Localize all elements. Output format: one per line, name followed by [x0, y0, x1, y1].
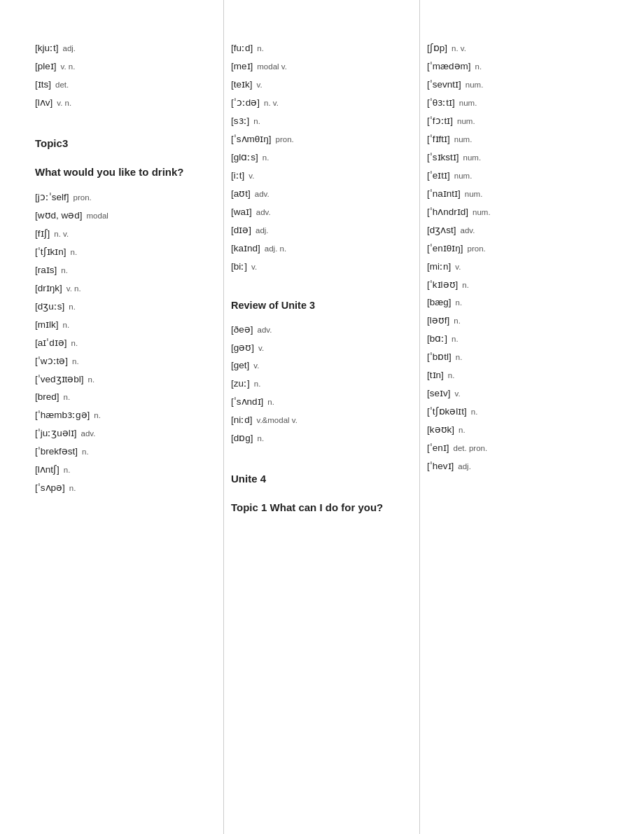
- phonetic: [lʌntʃ]: [35, 464, 59, 475]
- part-of-speech: n.: [258, 434, 265, 443]
- part-of-speech: n.: [254, 380, 261, 388]
- list-item: [bred]n.: [35, 391, 217, 402]
- part-of-speech: n.: [448, 371, 455, 380]
- list-item: [ˈsʌmθɪŋ]pron.: [231, 133, 413, 144]
- phonetic: [ˈkɪləʊ]: [427, 279, 458, 290]
- part-of-speech: v.&modal v.: [257, 416, 298, 424]
- list-item: [kəʊk]n.: [427, 424, 609, 435]
- list-item: [fuːd]n.: [231, 42, 413, 53]
- unite4-sub: Topic 1 What can I do for you?: [231, 500, 413, 516]
- part-of-speech: n.: [94, 411, 101, 419]
- part-of-speech: num.: [454, 172, 472, 180]
- phonetic: [lʌv]: [35, 97, 52, 108]
- phonetic: [meɪ]: [231, 60, 253, 71]
- phonetic: [ˈmædəm]: [427, 60, 471, 71]
- part-of-speech: num.: [465, 190, 483, 198]
- col2-bottom-entries: [ðeə]adv.[gəʊ]v.[get]v.[zuː]n.[ˈsʌndɪ]n.…: [231, 324, 413, 443]
- part-of-speech: n.: [454, 317, 461, 325]
- part-of-speech: pron.: [276, 135, 294, 144]
- list-item: [dʒʌst]adv.: [427, 224, 609, 235]
- list-item: [teɪk]v.: [231, 78, 413, 90]
- list-item: [glɑːs]n.: [231, 151, 413, 162]
- phonetic: [bɑː]: [427, 333, 447, 344]
- part-of-speech: v. n.: [61, 62, 76, 71]
- list-item: [ˈwɔːtə]n.: [35, 355, 217, 366]
- phonetic: [tɪn]: [427, 369, 444, 380]
- part-of-speech: n.: [69, 484, 76, 492]
- list-item: [ˈhevɪ]adj.: [427, 460, 609, 471]
- list-item: [waɪ]adv.: [231, 206, 413, 217]
- list-item: [bɑː]n.: [427, 333, 609, 344]
- part-of-speech: v.: [248, 172, 254, 180]
- phonetic: [seɪv]: [427, 387, 451, 398]
- list-item: [ˈtʃɪkɪn]n.: [35, 246, 217, 257]
- phonetic: [dʒʌst]: [427, 224, 456, 235]
- list-item: [ʃɒp]n. v.: [427, 42, 609, 53]
- list-item: [mɪlk]n.: [35, 319, 217, 330]
- list-item: [lʌntʃ]n.: [35, 464, 217, 475]
- column-1: [kjuːt]adj.[pleɪ]v. n.[ɪts]det.[lʌv]v. n…: [28, 42, 224, 792]
- part-of-speech: adv.: [255, 190, 270, 198]
- part-of-speech: v.: [253, 361, 259, 370]
- part-of-speech: n.: [257, 44, 264, 53]
- phonetic: [pleɪ]: [35, 60, 57, 71]
- list-item: [ɪts]det.: [35, 78, 217, 90]
- phonetic: [dʒuːs]: [35, 300, 64, 312]
- phonetic: [mɪlk]: [35, 319, 59, 330]
- list-item: [ˈjuːʒuəlɪ]adv.: [35, 427, 217, 438]
- part-of-speech: num.: [457, 117, 475, 125]
- part-of-speech: n.: [471, 408, 478, 416]
- unite4-heading: Unite 4: [231, 471, 413, 487]
- column-2: [fuːd]n.[meɪ]modal v.[teɪk]v.[ˈɔːdə]n. v…: [224, 42, 420, 792]
- list-item: [kaɪnd]adj. n.: [231, 242, 413, 253]
- part-of-speech: v.: [455, 389, 461, 398]
- phonetic: [ˈjuːʒuəlɪ]: [35, 427, 77, 438]
- list-item: [ˈsevntɪ]num.: [427, 78, 609, 90]
- phonetic: [wʊd, wəd]: [35, 209, 83, 221]
- list-item: [fɪʃ]n. v.: [35, 228, 217, 239]
- phonetic: [ˈtʃɪkɪn]: [35, 246, 66, 257]
- part-of-speech: v.: [258, 344, 264, 352]
- part-of-speech: n.: [456, 298, 463, 307]
- list-item: [aɪˈdɪə]n.: [35, 337, 217, 348]
- part-of-speech: adv.: [81, 429, 96, 438]
- part-of-speech: n.: [475, 62, 482, 71]
- list-item: [ðeə]adv.: [231, 324, 413, 335]
- part-of-speech: n.: [451, 335, 458, 343]
- phonetic: [aɪˈdɪə]: [35, 337, 67, 348]
- list-item: [ˈeɪtɪ]num.: [427, 169, 609, 181]
- list-item: [iːt]v.: [231, 169, 413, 181]
- phonetic: [ˈwɔːtə]: [35, 355, 68, 366]
- phonetic: [ləʊf]: [427, 314, 449, 326]
- part-of-speech: adj.: [255, 226, 269, 235]
- part-of-speech: v.: [251, 263, 257, 271]
- list-item: [ˈθɜːtɪ]num.: [427, 97, 609, 108]
- part-of-speech: adj.: [458, 462, 471, 471]
- list-item: [pleɪ]v. n.: [35, 60, 217, 71]
- phonetic: [ˈsʌpə]: [35, 482, 65, 493]
- part-of-speech: pron.: [74, 193, 92, 202]
- part-of-speech: adv.: [258, 326, 272, 334]
- list-item: [dɒg]n.: [231, 432, 413, 443]
- phonetic: [bred]: [35, 391, 59, 402]
- list-item: [sɜː]n.: [231, 115, 413, 126]
- part-of-speech: pron.: [468, 244, 486, 253]
- phonetic: [ˈbrekfəst]: [35, 445, 78, 457]
- part-of-speech: adv.: [256, 208, 271, 216]
- list-item: [ˈsʌndɪ]n.: [231, 396, 413, 407]
- list-item: [biː]v.: [231, 260, 413, 272]
- part-of-speech: n.: [88, 375, 95, 384]
- phonetic: [gəʊ]: [231, 342, 254, 353]
- list-item: [ˈenɪθɪŋ]pron.: [427, 242, 609, 253]
- phonetic: [bæg]: [427, 297, 451, 307]
- phonetic: [biː]: [231, 260, 247, 272]
- part-of-speech: n.: [63, 321, 70, 329]
- phonetic: [ˈbɒtl]: [427, 351, 451, 362]
- part-of-speech: n.: [64, 466, 71, 474]
- phonetic: [ˈsevntɪ]: [427, 78, 461, 90]
- phonetic: [waɪ]: [231, 206, 252, 217]
- part-of-speech: modal v.: [257, 62, 287, 71]
- part-of-speech: num.: [459, 99, 477, 107]
- part-of-speech: num.: [463, 153, 482, 162]
- col2-top-entries: [fuːd]n.[meɪ]modal v.[teɪk]v.[ˈɔːdə]n. v…: [231, 42, 413, 272]
